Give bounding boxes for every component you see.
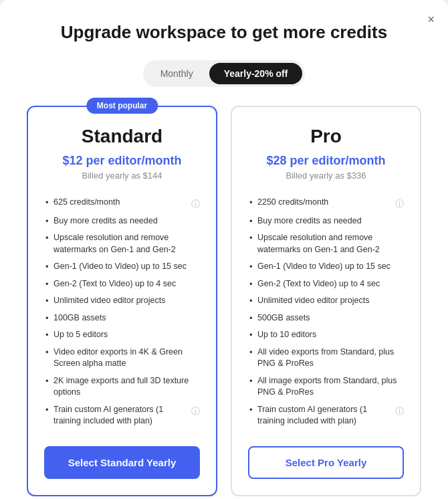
feature-item: Train custom AI generators (1 training i… [44, 401, 200, 430]
feature-item: 2250 credits/month ⓘ [248, 194, 404, 213]
plan-name-standard: Standard [44, 126, 200, 147]
yearly-toggle[interactable]: Yearly-20% off [209, 63, 303, 84]
feature-item: Unlimited video editor projects [248, 292, 404, 310]
feature-text: Buy more credits as needed [53, 215, 200, 227]
feature-item: Upscale resolution and remove watermarks… [44, 229, 200, 258]
feature-text: All image exports from Standard, plus PN… [257, 375, 404, 399]
plan-billed-standard: Billed yearly as $144 [44, 171, 200, 181]
feature-text: Gen-2 (Text to Video) up to 4 sec [257, 278, 404, 290]
monthly-toggle[interactable]: Monthly [146, 63, 208, 84]
feature-text: 625 credits/month [53, 197, 191, 209]
feature-text: Video editor exports in 4K & Green Scree… [53, 346, 200, 370]
feature-item: Gen-2 (Text to Video) up to 4 sec [44, 276, 200, 293]
plan-name-pro: Pro [248, 126, 404, 147]
feature-text: Buy more credits as needed [257, 215, 404, 227]
feature-item: Gen-1 (Video to Video) up to 15 sec [44, 258, 200, 276]
feature-text: Unlimited video editor projects [257, 295, 404, 307]
feature-item: All video exports from Standard, plus PN… [248, 344, 404, 373]
feature-item: Gen-2 (Text to Video) up to 4 sec [248, 276, 404, 293]
feature-text: Gen-1 (Video to Video) up to 15 sec [53, 261, 200, 273]
feature-text: Up to 5 editors [53, 329, 200, 341]
billing-toggle: Monthly Yearly-20% off [27, 60, 421, 87]
feature-item: Gen-1 (Video to Video) up to 15 sec [248, 258, 404, 276]
feature-text: All video exports from Standard, plus PN… [257, 346, 404, 370]
info-icon: ⓘ [395, 405, 404, 417]
feature-text: Train custom AI generators (1 training i… [53, 404, 191, 427]
plan-price-standard: $12 per editor/month [44, 154, 200, 168]
feature-text: Unlimited video editor projects [53, 295, 200, 307]
plan-card-standard: Most popular Standard $12 per editor/mon… [27, 106, 217, 496]
feature-item: 100GB assets [44, 310, 200, 327]
feature-text: 2K image exports and full 3D texture opt… [53, 375, 200, 399]
most-popular-badge: Most popular [86, 98, 158, 114]
feature-item: 2K image exports and full 3D texture opt… [44, 373, 200, 401]
upgrade-modal: × Upgrade workspace to get more credits … [0, 0, 448, 499]
feature-item: Up to 5 editors [44, 326, 200, 344]
info-icon: ⓘ [191, 405, 200, 417]
feature-text: 500GB assets [257, 312, 404, 324]
info-icon: ⓘ [191, 198, 200, 210]
feature-text: Upscale resolution and remove watermarks… [257, 232, 404, 256]
plan-billed-pro: Billed yearly as $336 [248, 171, 404, 181]
feature-item: Video editor exports in 4K & Green Scree… [44, 344, 200, 373]
feature-text: Train custom AI generators (1 training i… [257, 404, 395, 427]
feature-text: Gen-2 (Text to Video) up to 4 sec [53, 278, 200, 290]
select-standard-button[interactable]: Select Standard Yearly [44, 446, 200, 479]
feature-item: Upscale resolution and remove watermarks… [248, 229, 404, 258]
feature-item: Up to 10 editors [248, 326, 404, 344]
toggle-pill: Monthly Yearly-20% off [143, 60, 306, 87]
feature-item: Buy more credits as needed [248, 213, 404, 230]
feature-item: 625 credits/month ⓘ [44, 194, 200, 213]
features-list-pro: 2250 credits/month ⓘ Buy more credits as… [248, 194, 404, 430]
feature-item: 500GB assets [248, 310, 404, 327]
info-icon: ⓘ [395, 198, 404, 210]
close-button[interactable]: × [425, 11, 437, 28]
feature-item: Unlimited video editor projects [44, 292, 200, 310]
plan-price-pro: $28 per editor/month [248, 154, 404, 168]
feature-text: 100GB assets [53, 312, 200, 324]
feature-item: Train custom AI generators (1 training i… [248, 401, 404, 430]
feature-text: Gen-1 (Video to Video) up to 15 sec [257, 261, 404, 273]
select-pro-button[interactable]: Select Pro Yearly [248, 446, 404, 479]
modal-title: Upgrade workspace to get more credits [27, 21, 421, 44]
features-list-standard: 625 credits/month ⓘ Buy more credits as … [44, 194, 200, 430]
feature-text: Upscale resolution and remove watermarks… [53, 232, 200, 256]
feature-text: Up to 10 editors [257, 329, 404, 341]
plans-container: Most popular Standard $12 per editor/mon… [27, 106, 421, 496]
feature-text: 2250 credits/month [257, 197, 395, 209]
plan-card-pro: Pro $28 per editor/month Billed yearly a… [231, 106, 421, 496]
feature-item: All image exports from Standard, plus PN… [248, 373, 404, 401]
feature-item: Buy more credits as needed [44, 213, 200, 230]
